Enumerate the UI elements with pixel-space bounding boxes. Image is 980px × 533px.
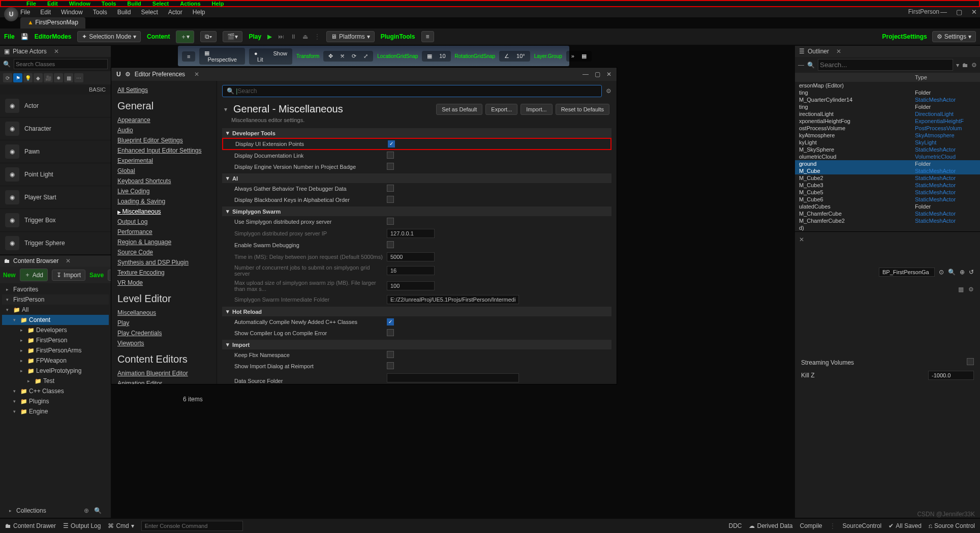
prefs-nav-item[interactable]: Loading & Saving (117, 196, 210, 206)
checkbox[interactable] (388, 140, 395, 147)
play-icon[interactable]: ▶ (267, 33, 272, 40)
checkbox[interactable] (387, 185, 394, 192)
outliner-row[interactable]: tingFolder (795, 103, 980, 110)
window-maximize-icon[interactable]: ▢ (956, 8, 962, 16)
marketplace-button[interactable]: ⧉▾ (200, 31, 217, 42)
actor-item[interactable]: ◉Point Light (0, 163, 111, 186)
select-tool-icon[interactable]: ✥ (325, 52, 336, 61)
prefs-nav-item[interactable]: Miscellaneous (117, 206, 210, 217)
source-control-label[interactable]: SourceControl (843, 522, 882, 529)
vfx-icon[interactable]: ✸ (54, 73, 63, 82)
favorites-section[interactable]: ▸Favorites (2, 284, 109, 294)
console-input[interactable] (141, 521, 243, 531)
outliner-row[interactable]: kyLightSkyLight (795, 139, 980, 146)
prefs-nav-item[interactable]: Live Coding (117, 186, 210, 196)
checkbox[interactable] (387, 351, 394, 358)
import-button[interactable]: Import... (520, 104, 552, 115)
rotate-tool-icon[interactable]: ⟳ (349, 52, 359, 61)
prefs-nav-item[interactable]: Blueprint Editor Settings (117, 135, 210, 145)
prefs-nav-item[interactable]: Appearance (117, 115, 210, 125)
reset-defaults-button[interactable]: Reset to Defaults (556, 104, 609, 115)
grid-icon[interactable]: ▦ (958, 286, 964, 293)
set-default-button[interactable]: Set as Default (436, 104, 482, 115)
settings-button[interactable]: ⚙ Settings ▾ (932, 31, 976, 42)
outliner-row[interactable]: ersonMap (Editor) (795, 82, 980, 89)
prefs-nav-item[interactable]: Source Code (117, 247, 210, 257)
prefs-nav-item[interactable]: Experimental (117, 156, 210, 166)
settings-section-header[interactable]: ▾Developer Tools (222, 128, 611, 138)
prefs-nav-item[interactable]: Keyboard Shortcuts (117, 176, 210, 186)
grid-snap-value[interactable]: 10 (436, 52, 448, 61)
browse-icon[interactable]: ⊙ (939, 269, 944, 276)
settings-section-header[interactable]: ▾Hot Reload (222, 307, 611, 316)
cmd-dropdown[interactable]: ⌘ Cmd ▾ (108, 522, 134, 529)
derived-data-button[interactable]: ☁ Derived Data (749, 522, 792, 529)
cb-add-button[interactable]: ＋ Add (20, 269, 48, 281)
menu-window[interactable]: Window (61, 9, 83, 16)
content-tree-item[interactable]: ▾Plugins (2, 396, 109, 406)
cb-import-button[interactable]: ↧ Import (52, 270, 85, 281)
move-tool-icon[interactable]: ⤧ (337, 52, 348, 61)
outliner-row[interactable]: d) (795, 224, 980, 231)
close-tab-icon[interactable]: ✕ (194, 71, 199, 78)
output-log-button[interactable]: ☰ Output Log (63, 522, 101, 529)
all-settings-link[interactable]: All Settings (117, 85, 210, 95)
firstperson-section[interactable]: ▾FirstPerson (2, 294, 109, 305)
checkbox[interactable] (387, 163, 394, 170)
level-tab[interactable]: FirstPersonMap (20, 17, 85, 28)
menu-file[interactable]: File (20, 9, 30, 16)
checkbox[interactable] (387, 318, 394, 325)
add-content-button[interactable]: ＋▾ (176, 31, 194, 43)
prefs-nav-item[interactable]: Performance (117, 227, 210, 237)
settings-section-header[interactable]: ▾Simplygon Swarm (222, 206, 611, 216)
outliner-row[interactable]: M_QuarterCylinder14StaticMeshActor (795, 96, 980, 103)
all-saved-button[interactable]: ✔ All Saved (889, 522, 922, 529)
killz-input[interactable] (928, 371, 974, 380)
outliner-row[interactable]: olumetricCloudVolumetricCloud (795, 153, 980, 160)
actor-item[interactable]: ◉Trigger Sphere (0, 232, 111, 255)
actor-item[interactable]: ◉Pawn (0, 140, 111, 163)
prefs-nav-item[interactable]: VR Mode (117, 278, 210, 288)
platforms-button[interactable]: 🖥 Platforms ▾ (326, 31, 375, 42)
prefs-nav-item[interactable]: Enhanced Input Editor Settings (117, 145, 210, 156)
window-minimize-icon[interactable]: — (583, 71, 589, 78)
vol-icon[interactable]: ▦ (64, 73, 73, 82)
menu-build[interactable]: Build (117, 9, 131, 16)
outliner-row[interactable]: M_Cube6StaticMeshActor (795, 196, 980, 203)
search-icon[interactable]: 🔍 (94, 507, 102, 514)
selection-mode-button[interactable]: ✦ Selection Mode ▾ (77, 31, 141, 42)
actor-item[interactable]: ◉Actor (0, 95, 111, 117)
grid-icon[interactable]: ▦ (578, 52, 590, 61)
window-maximize-icon[interactable]: ▢ (595, 71, 600, 78)
window-close-icon[interactable]: ✕ (606, 71, 611, 78)
settings-section-header[interactable]: ▾Import (222, 340, 611, 349)
close-icon[interactable]: ✕ (836, 48, 841, 55)
prefs-nav-item[interactable]: Viewports (117, 338, 210, 348)
save-icon[interactable]: 💾 (21, 33, 28, 40)
chevron-down-icon[interactable]: ▾ (224, 106, 227, 113)
content-tree-item[interactable]: ▸LevelPrototyping (2, 366, 109, 376)
content-drawer-button[interactable]: 🖿 Content Drawer (5, 522, 56, 529)
outliner-row[interactable]: tingFolder (795, 89, 980, 96)
show-button[interactable]: Show (270, 49, 291, 64)
outliner-row[interactable]: M_ChamferCube2StaticMeshActor (795, 217, 980, 224)
export-button[interactable]: Export... (485, 104, 517, 115)
outliner-row[interactable]: kyAtmosphereSkyAtmosphere (795, 132, 980, 139)
basic-icon[interactable]: ⚑ (13, 73, 22, 82)
checkbox[interactable] (387, 329, 394, 336)
outliner-row[interactable]: M_SkySphereStaticMeshActor (795, 146, 980, 153)
skip-icon[interactable]: ⏭ (278, 33, 284, 40)
actor-item[interactable]: ◉Character (0, 117, 111, 140)
settings-section-header[interactable]: ▾AI (222, 173, 611, 183)
lit-button[interactable]: ● Lit (251, 49, 269, 64)
menu-edit[interactable]: Edit (40, 9, 51, 16)
prefs-nav-item[interactable]: Animation Editor (117, 378, 210, 384)
shapes-icon[interactable]: ◆ (34, 73, 43, 82)
prefs-nav-item[interactable]: Audio (117, 125, 210, 135)
close-icon[interactable]: ✕ (799, 236, 804, 243)
hamburger-icon[interactable]: ≡ (184, 52, 193, 61)
recent-icon[interactable]: ⟳ (3, 73, 12, 82)
expand-icon[interactable]: » (568, 52, 577, 61)
cine-icon[interactable]: 🎥 (44, 73, 53, 82)
content-tree-item[interactable]: ▸Developers (2, 325, 109, 335)
